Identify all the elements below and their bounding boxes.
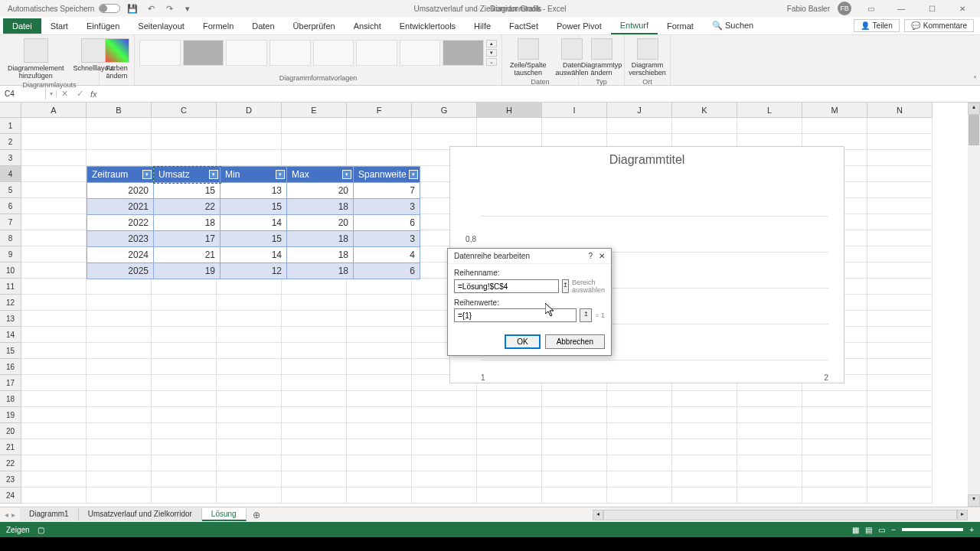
table-cell[interactable]: 3 bbox=[354, 231, 420, 247]
cell-C14[interactable] bbox=[152, 327, 217, 343]
cell-G1[interactable] bbox=[412, 118, 477, 134]
tab-pagelayout[interactable]: Seitenlayout bbox=[129, 18, 194, 34]
cell-E23[interactable] bbox=[282, 471, 347, 487]
col-header-K[interactable]: K bbox=[672, 103, 737, 118]
cell-E12[interactable] bbox=[282, 295, 347, 311]
table-cell[interactable]: 13 bbox=[220, 183, 287, 199]
cell-F13[interactable] bbox=[347, 311, 412, 327]
cell-A15[interactable] bbox=[21, 343, 87, 359]
filter-icon[interactable]: ▾ bbox=[209, 170, 218, 179]
table-cell[interactable]: 2024 bbox=[87, 247, 154, 263]
cell-D19[interactable] bbox=[217, 407, 282, 423]
cell-E1[interactable] bbox=[282, 118, 347, 134]
cell-K24[interactable] bbox=[672, 487, 737, 504]
cell-H24[interactable] bbox=[477, 487, 542, 504]
view-break-icon[interactable]: ▭ bbox=[878, 526, 885, 534]
table-header-0[interactable]: Zeitraum▾ bbox=[87, 167, 154, 183]
col-header-H[interactable]: H bbox=[477, 103, 542, 118]
table-header-3[interactable]: Max▾ bbox=[287, 167, 354, 183]
table-cell[interactable]: 14 bbox=[220, 247, 287, 263]
cell-A5[interactable] bbox=[21, 182, 87, 198]
cell-E18[interactable] bbox=[282, 391, 347, 407]
chart-style-8[interactable] bbox=[443, 40, 484, 66]
cell-K21[interactable] bbox=[672, 439, 737, 455]
cell-N24[interactable] bbox=[867, 487, 933, 504]
cell-F17[interactable] bbox=[347, 375, 412, 391]
cell-N20[interactable] bbox=[867, 423, 933, 439]
row-header-14[interactable]: 14 bbox=[0, 327, 21, 343]
col-header-D[interactable]: D bbox=[217, 103, 282, 118]
tab-insert[interactable]: Einfügen bbox=[77, 18, 129, 34]
table-cell[interactable]: 2022 bbox=[87, 215, 154, 231]
cell-N22[interactable] bbox=[867, 455, 933, 471]
row-header-4[interactable]: 4 bbox=[0, 166, 21, 182]
cell-F3[interactable] bbox=[347, 150, 412, 166]
cell-N2[interactable] bbox=[867, 134, 933, 150]
cell-N8[interactable] bbox=[867, 230, 933, 246]
cell-C2[interactable] bbox=[152, 134, 217, 150]
cell-C20[interactable] bbox=[152, 423, 217, 439]
cell-N1[interactable] bbox=[867, 118, 933, 134]
cell-L1[interactable] bbox=[737, 118, 802, 134]
cell-L19[interactable] bbox=[737, 407, 802, 423]
row-header-8[interactable]: 8 bbox=[0, 230, 21, 246]
cell-C3[interactable] bbox=[152, 150, 217, 166]
cell-F16[interactable] bbox=[347, 359, 412, 375]
col-header-G[interactable]: G bbox=[412, 103, 477, 118]
cell-C23[interactable] bbox=[152, 471, 217, 487]
cell-E14[interactable] bbox=[282, 327, 347, 343]
cell-E2[interactable] bbox=[282, 134, 347, 150]
zoom-out-icon[interactable]: − bbox=[891, 526, 896, 534]
cell-L20[interactable] bbox=[737, 423, 802, 439]
table-cell[interactable]: 21 bbox=[154, 247, 220, 263]
table-cell[interactable]: 18 bbox=[287, 247, 354, 263]
range-select-values-icon[interactable]: ↥ bbox=[580, 308, 592, 322]
chart-style-2[interactable] bbox=[183, 40, 224, 66]
cell-C18[interactable] bbox=[152, 391, 217, 407]
table-cell[interactable]: 15 bbox=[220, 199, 287, 215]
cancel-button[interactable]: Abbrechen bbox=[545, 334, 605, 349]
change-colors-button[interactable]: Farben ändern bbox=[104, 37, 129, 81]
table-header-2[interactable]: Min▾ bbox=[220, 167, 287, 183]
cell-E19[interactable] bbox=[282, 407, 347, 423]
cell-F2[interactable] bbox=[347, 134, 412, 150]
undo-icon[interactable]: ↶ bbox=[145, 2, 157, 15]
cell-E22[interactable] bbox=[282, 455, 347, 471]
cell-M1[interactable] bbox=[802, 118, 867, 134]
cell-C21[interactable] bbox=[152, 439, 217, 455]
cell-J23[interactable] bbox=[607, 471, 672, 487]
row-header-20[interactable]: 20 bbox=[0, 423, 21, 439]
range-select-icon[interactable]: ↥ bbox=[562, 279, 569, 293]
cell-I1[interactable] bbox=[542, 118, 607, 134]
table-cell[interactable]: 2023 bbox=[87, 231, 154, 247]
cell-H21[interactable] bbox=[477, 439, 542, 455]
sheet-nav-first-icon[interactable]: ◂ bbox=[5, 510, 8, 519]
horizontal-scrollbar[interactable]: ◂ ▸ bbox=[593, 510, 968, 520]
cell-E17[interactable] bbox=[282, 375, 347, 391]
col-header-J[interactable]: J bbox=[607, 103, 672, 118]
cell-K1[interactable] bbox=[672, 118, 737, 134]
view-normal-icon[interactable]: ▦ bbox=[852, 526, 859, 534]
save-icon[interactable]: 💾 bbox=[126, 2, 139, 15]
cell-N16[interactable] bbox=[867, 359, 933, 375]
cell-M18[interactable] bbox=[802, 391, 867, 407]
cell-N3[interactable] bbox=[867, 150, 933, 166]
maximize-icon[interactable]: ☐ bbox=[920, 2, 943, 15]
cell-I21[interactable] bbox=[542, 439, 607, 455]
cell-L23[interactable] bbox=[737, 471, 802, 487]
cell-B12[interactable] bbox=[87, 295, 152, 311]
redo-icon[interactable]: ↷ bbox=[163, 2, 175, 15]
tab-start[interactable]: Start bbox=[41, 18, 77, 34]
toggle-icon[interactable] bbox=[99, 4, 120, 13]
cell-N17[interactable] bbox=[867, 375, 933, 391]
cell-C24[interactable] bbox=[152, 487, 217, 504]
cell-J21[interactable] bbox=[607, 439, 672, 455]
cell-H1[interactable] bbox=[477, 118, 542, 134]
sheet-nav-last-icon[interactable]: ▸ bbox=[11, 510, 15, 519]
tab-formulas[interactable]: Formeln bbox=[194, 18, 243, 34]
cell-B3[interactable] bbox=[87, 150, 152, 166]
style-more-icon[interactable]: ⌄ bbox=[486, 58, 497, 66]
avatar[interactable]: FB bbox=[838, 2, 851, 15]
style-scroll-up-icon[interactable]: ▴ bbox=[486, 40, 497, 47]
cell-L24[interactable] bbox=[737, 487, 802, 504]
